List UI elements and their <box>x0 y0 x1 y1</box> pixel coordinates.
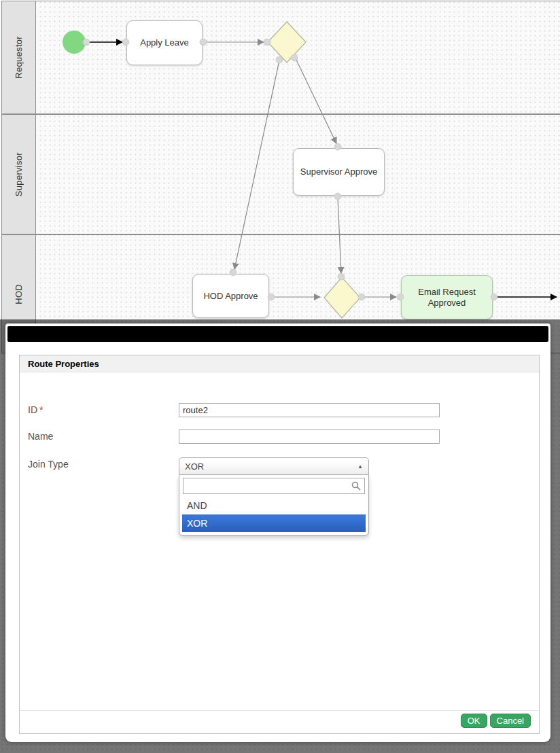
join-type-selected[interactable]: XOR ▲ <box>179 457 369 475</box>
task-label: Email Request Approved <box>404 287 489 309</box>
lane-supervisor[interactable]: Supervisor <box>1 114 560 234</box>
chevron-up-icon: ▲ <box>357 463 363 470</box>
lane-supervisor-header[interactable]: Supervisor <box>2 115 36 234</box>
cancel-button[interactable]: Cancel <box>490 714 531 728</box>
ok-button[interactable]: OK <box>461 714 487 728</box>
task-node-email-request-approved[interactable]: Email Request Approved <box>401 275 493 319</box>
dropdown-search-input[interactable] <box>183 478 365 494</box>
task-node-apply-leave[interactable]: Apply Leave <box>126 20 203 65</box>
required-asterisk: * <box>39 404 43 415</box>
lane-requestor[interactable]: Requestor <box>1 1 560 114</box>
name-field[interactable] <box>179 430 440 444</box>
footer-divider <box>20 710 539 711</box>
name-label: Name <box>28 430 53 443</box>
join-type-drop: AND XOR <box>179 475 369 536</box>
lane-label: Requestor <box>14 36 24 79</box>
lane-requestor-header[interactable]: Requestor <box>2 1 36 113</box>
groupbox-title: Route Properties <box>20 355 539 372</box>
search-icon <box>351 481 361 491</box>
join-type-dropdown: XOR ▲ AND XOR <box>179 457 369 536</box>
task-label: Apply Leave <box>140 37 189 48</box>
start-event-node[interactable] <box>63 31 86 54</box>
id-field[interactable] <box>179 403 440 417</box>
join-type-selected-value: XOR <box>185 461 204 472</box>
task-node-hod-approve[interactable]: HOD Approve <box>192 274 269 318</box>
lane-label: Supervisor <box>14 152 24 196</box>
route-properties-groupbox: Route Properties ID* Name Join Type XOR … <box>19 355 540 734</box>
dialog-titlebar[interactable] <box>7 326 548 342</box>
dropdown-options: AND XOR <box>182 497 366 532</box>
task-label: HOD Approve <box>203 291 258 302</box>
join-type-label: Join Type <box>28 457 69 471</box>
lane-label: HOD <box>14 284 24 304</box>
task-label: Supervisor Approve <box>300 167 377 177</box>
button-row: OK Cancel <box>461 714 531 728</box>
task-node-supervisor-approve[interactable]: Supervisor Approve <box>293 148 385 196</box>
dropdown-option-xor[interactable]: XOR <box>182 514 366 532</box>
id-label: ID* <box>28 403 43 417</box>
route-properties-dialog: Route Properties ID* Name Join Type XOR … <box>5 323 550 742</box>
dropdown-option-and[interactable]: AND <box>182 497 366 514</box>
dropdown-search <box>179 475 368 494</box>
